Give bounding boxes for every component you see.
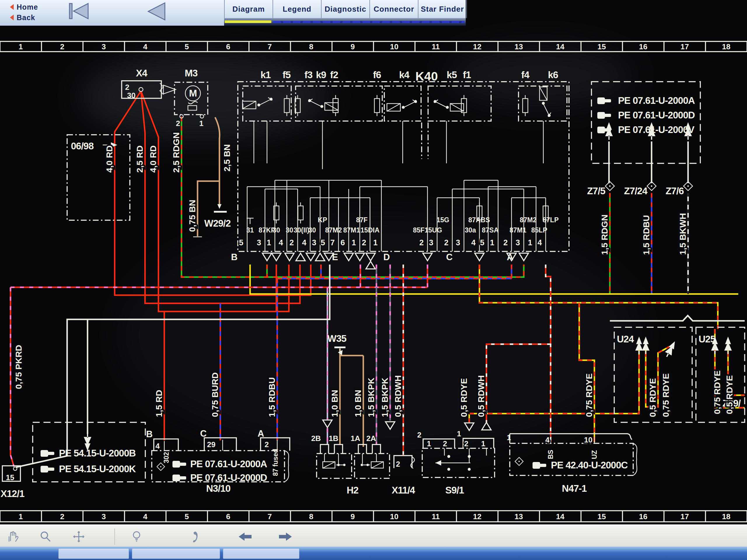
label-pe_references-n3_10-1: PE 07.61-U-2000D bbox=[190, 472, 267, 483]
label-wire_labels-10: 1,5 RD bbox=[154, 390, 164, 417]
label-components-s9_1-inner_pins-1: 2 bbox=[443, 439, 447, 448]
screen-glare bbox=[79, 53, 330, 140]
arrow-left-icon[interactable] bbox=[237, 529, 253, 544]
label-components-n3_10-inner_left: 302 bbox=[162, 452, 170, 463]
label-relay-terminals_lower-7: 87M1 bbox=[343, 226, 360, 234]
label-relay-terminals_lower-2: 30 bbox=[273, 226, 280, 234]
label-pe_references-n3_10-0: PE 07.61-U-2000A bbox=[190, 458, 267, 469]
label-ruler-numbers-15: 16 bbox=[639, 42, 647, 51]
label-components-x4-pins-0: 2 bbox=[125, 83, 129, 91]
label-relay-groups-5: f6 bbox=[373, 70, 381, 80]
label-relay-pins-18: 5 bbox=[480, 238, 484, 247]
tab-connector-label: Connector bbox=[374, 5, 414, 14]
skip-to-start-button[interactable] bbox=[70, 3, 88, 19]
label-components-n3_10-inner_right: 87 fused bbox=[272, 449, 279, 476]
label-components-n3_10-pins-0: 4 bbox=[156, 442, 160, 450]
zoom-magnifier-icon[interactable] bbox=[37, 529, 54, 544]
label-wire_labels-23: 0,75 RDYE bbox=[712, 370, 722, 414]
label-wire_labels-12: 1,5 RDBU bbox=[267, 377, 277, 417]
label-components-n3_10-sections-0: B bbox=[146, 429, 153, 439]
label-wire_labels-14: 1,0 BN bbox=[353, 390, 363, 417]
label-relay-pins-19: 1 bbox=[490, 238, 494, 247]
label-components-n3_10-label: N3/10 bbox=[206, 483, 230, 494]
taskbar-window-1[interactable] bbox=[58, 548, 129, 559]
label-ruler-numbers-10: 11 bbox=[432, 512, 440, 521]
rdye-arrow-2 bbox=[642, 337, 649, 354]
label-wire_labels-13: 1,0 BN bbox=[330, 390, 339, 417]
label-ruler-numbers-2: 3 bbox=[102, 512, 106, 521]
lightbulb-icon[interactable] bbox=[128, 529, 145, 544]
label-components-n3_10-sections-2: A bbox=[258, 428, 264, 439]
label-relay-groups-9: f4 bbox=[521, 70, 530, 80]
label-ruler-numbers-16: 17 bbox=[680, 512, 689, 521]
label-relay-pins-14: 3 bbox=[429, 238, 433, 247]
taskbar-window-3[interactable] bbox=[223, 548, 300, 559]
label-relay-terminals_lower-14: 85LP bbox=[531, 226, 547, 234]
wiring-diagram-app: { "toolbar": { "home_label": "Home", "ba… bbox=[0, 0, 747, 560]
tab-legend[interactable]: Legend bbox=[273, 0, 321, 18]
label-components-s9_1-inner_pins-3: 1 bbox=[481, 439, 485, 448]
label-components-n47_1-pins-2: 10 bbox=[584, 435, 593, 444]
label-components-z7-labels-2: Z7/6 bbox=[666, 186, 684, 196]
label-relay-terminals_lower-10: 15UG bbox=[424, 226, 442, 234]
label-ruler-numbers-9: 10 bbox=[390, 42, 398, 51]
tab-diagnostic[interactable]: Diagnostic bbox=[321, 0, 369, 18]
back-button[interactable]: Back bbox=[10, 12, 38, 23]
label-relay-sections-1: E bbox=[332, 252, 338, 262]
label-relay-terminals_lower-9: 85F bbox=[413, 226, 424, 234]
label-wire_labels-9: 0,75 PKRD bbox=[14, 345, 23, 389]
label-components-h2-label: H2 bbox=[347, 485, 359, 496]
label-wire_labels-2: 4,0 RD bbox=[148, 145, 158, 173]
label-relay-terminals_lower-6: 87M2 bbox=[325, 226, 342, 234]
label-components-s9_1-outer_pins-0: 2 bbox=[417, 430, 421, 439]
tab-diagram[interactable]: Diagram bbox=[224, 0, 273, 18]
label-relay-sections-3: C bbox=[446, 252, 453, 262]
arrow-right-icon[interactable] bbox=[277, 529, 293, 544]
crosshair-icon[interactable] bbox=[71, 529, 87, 544]
label-ruler-numbers-13: 14 bbox=[556, 512, 564, 521]
tab-connector[interactable]: Connector bbox=[369, 0, 418, 18]
label-components-x4-label: X4 bbox=[136, 68, 148, 78]
label-wire_labels-24: 0,5 RDYE bbox=[724, 375, 734, 414]
label-relay-pins-15: 2 bbox=[444, 238, 448, 247]
label-components-m3-symbol: M bbox=[189, 88, 197, 99]
pan-hand-icon[interactable] bbox=[4, 529, 20, 544]
label-relay-terminals_upper-3: 87ABS bbox=[468, 216, 490, 224]
label-relay-pins-13: 2 bbox=[419, 238, 424, 247]
previous-page-button[interactable] bbox=[148, 3, 165, 20]
label-relay-pins-20: 2 bbox=[504, 238, 508, 247]
label-ruler-numbers-0: 1 bbox=[19, 512, 23, 521]
label-components-u25-label: U25 bbox=[699, 334, 716, 344]
label-components-x12_1-pin: 15 bbox=[6, 473, 14, 482]
home-button[interactable]: Home bbox=[10, 2, 38, 12]
label-relay-terminals_lower-0: 31 bbox=[246, 226, 254, 234]
label-wire_labels-15: 1,5 BKPK bbox=[366, 378, 376, 417]
label-relay-terminals_lower-4: 30(II) bbox=[293, 226, 309, 234]
label-relay-pins-22: 1 bbox=[528, 238, 532, 247]
label-components-h2-pins-0: 2B bbox=[311, 434, 321, 443]
label-pe_references-top_right-1: PE 07.61-U-2000D bbox=[618, 110, 695, 121]
label-wire_labels-4: 2,5 BN bbox=[222, 144, 232, 171]
page-nav-icons bbox=[64, 1, 187, 22]
label-relay-name: K40 bbox=[415, 70, 438, 83]
label-ruler-numbers-14: 15 bbox=[598, 512, 606, 521]
label-ruler-numbers-5: 6 bbox=[226, 42, 230, 51]
label-relay-groups-1: f5 bbox=[282, 70, 291, 80]
tab-star-finder[interactable]: Star Finder bbox=[418, 0, 467, 18]
label-relay-terminals_lower-11: 30a bbox=[465, 226, 476, 234]
label-components-x11_4-pin: 2 bbox=[396, 460, 400, 469]
wiring-diagram-canvas[interactable]: X4230M3M2106/98W29/2W35Z7/5Z7/24Z7/6PE 0… bbox=[0, 0, 747, 560]
label-ruler-numbers-11: 12 bbox=[473, 512, 482, 521]
label-relay-pins-9: 6 bbox=[340, 238, 345, 247]
home-label: Home bbox=[17, 3, 38, 11]
label-relay-terminals_lower-3: 30 bbox=[286, 226, 293, 234]
label-relay-pins-16: 3 bbox=[456, 238, 460, 247]
label-components-h2-pins-1: 1B bbox=[329, 434, 338, 443]
toolbar-divider bbox=[114, 529, 115, 545]
handset-icon[interactable] bbox=[186, 529, 202, 544]
label-relay-pins-11: 2 bbox=[362, 238, 366, 247]
label-relay-groups-3: k9 bbox=[316, 70, 326, 80]
taskbar-window-2[interactable] bbox=[132, 548, 220, 559]
label-components-m3-pins-1: 1 bbox=[199, 119, 203, 128]
label-relay-terminals_lower-12: 87SA bbox=[482, 226, 499, 234]
